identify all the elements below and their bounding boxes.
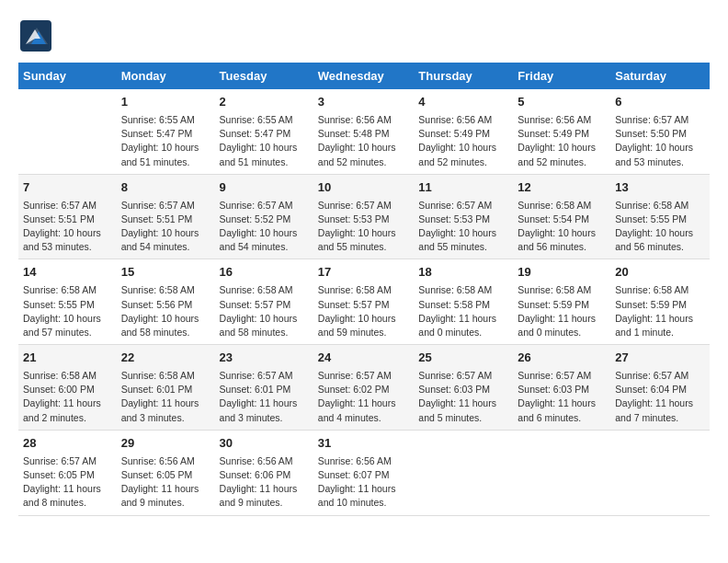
calendar-cell: 26Sunrise: 6:57 AM Sunset: 6:03 PM Dayli…: [513, 345, 610, 431]
weekday-header-tuesday: Tuesday: [215, 63, 313, 89]
calendar-cell: 5Sunrise: 6:56 AM Sunset: 5:49 PM Daylig…: [513, 89, 610, 174]
day-number: 17: [318, 264, 410, 282]
calendar-cell: 1Sunrise: 6:55 AM Sunset: 5:47 PM Daylig…: [117, 89, 215, 174]
calendar-cell: 17Sunrise: 6:58 AM Sunset: 5:57 PM Dayli…: [313, 259, 415, 345]
weekday-header-sunday: Sunday: [18, 63, 117, 89]
calendar-cell: 12Sunrise: 6:58 AM Sunset: 5:54 PM Dayli…: [513, 174, 610, 259]
day-info: Sunrise: 6:57 AM Sunset: 6:05 PM Dayligh…: [23, 454, 112, 511]
day-info: Sunrise: 6:58 AM Sunset: 5:58 PM Dayligh…: [418, 283, 508, 339]
day-info: Sunrise: 6:57 AM Sunset: 6:03 PM Dayligh…: [418, 369, 508, 425]
day-number: 18: [418, 264, 508, 282]
day-info: Sunrise: 6:58 AM Sunset: 5:55 PM Dayligh…: [23, 283, 112, 339]
calendar-cell: 3Sunrise: 6:56 AM Sunset: 5:48 PM Daylig…: [313, 89, 415, 174]
weekday-header-saturday: Saturday: [610, 63, 710, 89]
calendar-cell: 2Sunrise: 6:55 AM Sunset: 5:47 PM Daylig…: [215, 89, 313, 174]
calendar-cell: [414, 430, 513, 515]
calendar-cell: 15Sunrise: 6:58 AM Sunset: 5:56 PM Dayli…: [117, 259, 215, 345]
day-number: 21: [23, 350, 112, 367]
calendar-cell: 10Sunrise: 6:57 AM Sunset: 5:53 PM Dayli…: [313, 174, 415, 259]
calendar-cell: 29Sunrise: 6:56 AM Sunset: 6:05 PM Dayli…: [117, 430, 215, 515]
logo-icon: [18, 18, 53, 53]
day-number: 1: [121, 94, 210, 111]
day-info: Sunrise: 6:57 AM Sunset: 6:02 PM Dayligh…: [318, 369, 410, 425]
day-info: Sunrise: 6:57 AM Sunset: 5:53 PM Dayligh…: [318, 199, 410, 255]
day-info: Sunrise: 6:58 AM Sunset: 5:59 PM Dayligh…: [615, 283, 705, 339]
calendar-cell: 28Sunrise: 6:57 AM Sunset: 6:05 PM Dayli…: [18, 430, 117, 515]
calendar-cell: 31Sunrise: 6:56 AM Sunset: 6:07 PM Dayli…: [313, 430, 415, 515]
calendar-cell: 16Sunrise: 6:58 AM Sunset: 5:57 PM Dayli…: [215, 259, 313, 345]
day-info: Sunrise: 6:57 AM Sunset: 5:52 PM Dayligh…: [220, 199, 309, 255]
day-number: 2: [220, 94, 309, 111]
day-info: Sunrise: 6:57 AM Sunset: 6:04 PM Dayligh…: [615, 369, 705, 425]
calendar-cell: 7Sunrise: 6:57 AM Sunset: 5:51 PM Daylig…: [18, 174, 117, 259]
day-info: Sunrise: 6:58 AM Sunset: 5:57 PM Dayligh…: [318, 283, 410, 339]
calendar-cell: 24Sunrise: 6:57 AM Sunset: 6:02 PM Dayli…: [313, 345, 415, 431]
weekday-header-friday: Friday: [513, 63, 610, 89]
day-number: 15: [121, 264, 210, 282]
day-info: Sunrise: 6:58 AM Sunset: 5:54 PM Dayligh…: [518, 199, 606, 255]
calendar-cell: 8Sunrise: 6:57 AM Sunset: 5:51 PM Daylig…: [117, 174, 215, 259]
day-number: 16: [220, 264, 309, 282]
calendar-cell: [18, 89, 117, 174]
calendar-cell: 13Sunrise: 6:58 AM Sunset: 5:55 PM Dayli…: [610, 174, 710, 259]
day-info: Sunrise: 6:57 AM Sunset: 5:51 PM Dayligh…: [23, 199, 112, 255]
day-number: 25: [418, 350, 508, 367]
day-info: Sunrise: 6:57 AM Sunset: 6:01 PM Dayligh…: [220, 369, 309, 425]
day-info: Sunrise: 6:56 AM Sunset: 6:07 PM Dayligh…: [318, 454, 410, 511]
day-number: 31: [318, 435, 410, 453]
day-number: 6: [615, 94, 705, 111]
week-row-3: 14Sunrise: 6:58 AM Sunset: 5:55 PM Dayli…: [18, 259, 710, 345]
day-info: Sunrise: 6:58 AM Sunset: 6:00 PM Dayligh…: [23, 369, 112, 425]
day-number: 13: [615, 179, 705, 197]
day-number: 5: [518, 94, 606, 111]
day-number: 10: [318, 179, 410, 197]
calendar-cell: 4Sunrise: 6:56 AM Sunset: 5:49 PM Daylig…: [414, 89, 513, 174]
day-info: Sunrise: 6:58 AM Sunset: 5:59 PM Dayligh…: [518, 283, 606, 339]
day-info: Sunrise: 6:56 AM Sunset: 5:49 PM Dayligh…: [518, 113, 606, 169]
day-info: Sunrise: 6:56 AM Sunset: 5:49 PM Dayligh…: [418, 113, 508, 169]
day-number: 4: [418, 94, 508, 111]
day-info: Sunrise: 6:58 AM Sunset: 5:56 PM Dayligh…: [121, 283, 210, 339]
day-number: 24: [318, 350, 410, 367]
day-info: Sunrise: 6:57 AM Sunset: 6:03 PM Dayligh…: [518, 369, 606, 425]
day-number: 30: [220, 435, 309, 453]
weekday-header-monday: Monday: [117, 63, 215, 89]
day-info: Sunrise: 6:57 AM Sunset: 5:53 PM Dayligh…: [418, 199, 508, 255]
calendar-cell: [513, 430, 610, 515]
day-number: 23: [220, 350, 309, 367]
day-info: Sunrise: 6:58 AM Sunset: 6:01 PM Dayligh…: [121, 369, 210, 425]
day-number: 29: [121, 435, 210, 453]
page-header: [18, 18, 710, 53]
calendar-cell: 6Sunrise: 6:57 AM Sunset: 5:50 PM Daylig…: [610, 89, 710, 174]
week-row-1: 1Sunrise: 6:55 AM Sunset: 5:47 PM Daylig…: [18, 89, 710, 174]
day-info: Sunrise: 6:56 AM Sunset: 5:48 PM Dayligh…: [318, 113, 410, 169]
weekday-header-wednesday: Wednesday: [313, 63, 415, 89]
day-number: 28: [23, 435, 112, 453]
logo: [18, 18, 53, 53]
day-number: 9: [220, 179, 309, 197]
day-number: 27: [615, 350, 705, 367]
calendar-cell: 14Sunrise: 6:58 AM Sunset: 5:55 PM Dayli…: [18, 259, 117, 345]
calendar-cell: 19Sunrise: 6:58 AM Sunset: 5:59 PM Dayli…: [513, 259, 610, 345]
day-number: 11: [418, 179, 508, 197]
weekday-header-thursday: Thursday: [414, 63, 513, 89]
day-info: Sunrise: 6:55 AM Sunset: 5:47 PM Dayligh…: [220, 113, 309, 169]
calendar-cell: 20Sunrise: 6:58 AM Sunset: 5:59 PM Dayli…: [610, 259, 710, 345]
calendar-cell: 18Sunrise: 6:58 AM Sunset: 5:58 PM Dayli…: [414, 259, 513, 345]
calendar-table: SundayMondayTuesdayWednesdayThursdayFrid…: [18, 63, 710, 516]
week-row-4: 21Sunrise: 6:58 AM Sunset: 6:00 PM Dayli…: [18, 345, 710, 431]
day-info: Sunrise: 6:58 AM Sunset: 5:55 PM Dayligh…: [615, 199, 705, 255]
calendar-cell: 23Sunrise: 6:57 AM Sunset: 6:01 PM Dayli…: [215, 345, 313, 431]
calendar-cell: 30Sunrise: 6:56 AM Sunset: 6:06 PM Dayli…: [215, 430, 313, 515]
calendar-cell: 22Sunrise: 6:58 AM Sunset: 6:01 PM Dayli…: [117, 345, 215, 431]
calendar-cell: [610, 430, 710, 515]
week-row-2: 7Sunrise: 6:57 AM Sunset: 5:51 PM Daylig…: [18, 174, 710, 259]
day-number: 22: [121, 350, 210, 367]
calendar-cell: 9Sunrise: 6:57 AM Sunset: 5:52 PM Daylig…: [215, 174, 313, 259]
day-number: 12: [518, 179, 606, 197]
day-info: Sunrise: 6:57 AM Sunset: 5:51 PM Dayligh…: [121, 199, 210, 255]
week-row-5: 28Sunrise: 6:57 AM Sunset: 6:05 PM Dayli…: [18, 430, 710, 515]
day-number: 19: [518, 264, 606, 282]
day-number: 8: [121, 179, 210, 197]
day-number: 20: [615, 264, 705, 282]
